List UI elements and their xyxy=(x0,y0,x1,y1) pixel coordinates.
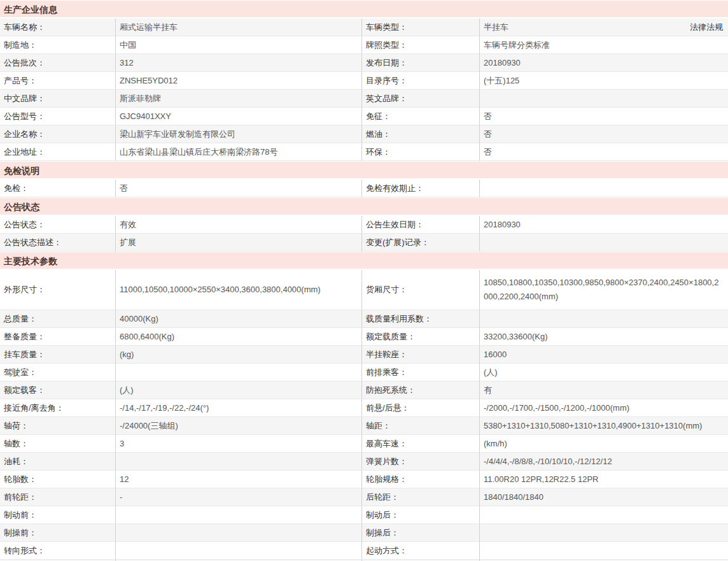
field-value-cell xyxy=(479,310,728,328)
table-row: 公告批次：312发布日期：20180930 xyxy=(0,54,728,72)
field-value: 11.00R20 12PR,12R22.5 12PR xyxy=(484,473,723,485)
table-row: 额定载客：(人)防抱死系统：有 xyxy=(0,381,728,399)
field-value: 40000(Kg) xyxy=(120,313,356,325)
field-label: 总质量： xyxy=(0,310,115,328)
field-label: 驾驶室： xyxy=(0,364,115,381)
field-value-cell: 否 xyxy=(479,143,728,161)
field-value-cell xyxy=(115,453,361,471)
laws-regulations-link[interactable]: 法律法规 xyxy=(683,21,723,33)
table-row: 公告状态：有效公告生效日期：20180930 xyxy=(0,216,728,234)
field-label: 接近角/离去角： xyxy=(0,399,115,417)
table-row: 公告型号：GJC9401XXY免征：否 xyxy=(0,108,728,125)
field-value: 中国 xyxy=(120,39,356,51)
field-value: -/4/4/4,-/8/8/8,-/10/10/10,-/12/12/12 xyxy=(484,455,723,467)
section-header: 公告状态 xyxy=(0,197,728,216)
section-header: 免检说明 xyxy=(0,161,728,180)
field-label: 产品号： xyxy=(0,72,115,90)
section: 公告状态公告状态：有效公告生效日期：20180930公告状态描述：扩展变更(扩展… xyxy=(0,197,728,252)
field-label: 转向形式： xyxy=(0,542,115,560)
field-label: 公告状态： xyxy=(0,216,115,234)
field-value: 16000 xyxy=(484,348,723,360)
field-value: -/2000,-/1700,-/1500,-/1200,-/1000(mm) xyxy=(484,402,723,414)
field-value-cell: (十五)125 xyxy=(479,72,728,90)
field-label: 企业地址： xyxy=(0,143,115,161)
field-value: 20180930 xyxy=(484,57,723,69)
field-label: 前排乘客： xyxy=(361,364,479,381)
field-value-cell: 33200,33600(Kg) xyxy=(479,328,728,346)
field-value-cell: 山东省梁山县梁山镇后庄大桥南梁济路78号 xyxy=(115,143,361,161)
field-label: 整备质量： xyxy=(0,328,115,346)
field-value-cell: (km/h) xyxy=(479,435,728,453)
field-value: (kg) xyxy=(120,348,356,360)
field-value-cell: 1840/1840/1840 xyxy=(479,488,728,506)
field-value-cell: 3 xyxy=(115,435,361,453)
table-row: 轮胎数：12轮胎规格：11.00R20 12PR,12R22.5 12PR xyxy=(0,471,728,488)
field-value-cell: -/2000,-/1700,-/1500,-/1200,-/1000(mm) xyxy=(479,399,728,417)
field-label: 额定载质量： xyxy=(361,328,479,346)
section-header: 主要技术参数 xyxy=(0,252,728,270)
field-label: 轮胎数： xyxy=(0,471,115,488)
field-value-cell: 梁山新宇车业研发制造有限公司 xyxy=(115,125,361,143)
field-value: (人) xyxy=(120,384,356,396)
table-row: 制造地：中国牌照类型：车辆号牌分类标准 xyxy=(0,36,728,54)
field-value: 梁山新宇车业研发制造有限公司 xyxy=(120,128,356,140)
field-label: 变更(扩展)记录： xyxy=(361,234,479,252)
field-value: 否 xyxy=(484,128,723,140)
field-value-cell: 否 xyxy=(479,108,728,125)
field-label: 制动后： xyxy=(361,506,479,524)
field-value: 有 xyxy=(484,384,723,396)
field-value: 6800,6400(Kg) xyxy=(120,330,356,343)
field-value-cell: - xyxy=(115,488,361,506)
field-value-cell: -/24000(三轴组) xyxy=(115,417,361,435)
field-label: 半挂鞍座： xyxy=(361,346,479,364)
field-value-cell xyxy=(115,542,361,560)
field-value-cell: 半挂车法律法规 xyxy=(479,18,728,36)
field-label: 公告状态描述： xyxy=(0,234,115,252)
field-value: 扩展 xyxy=(120,236,356,248)
field-value-cell: 20180930 xyxy=(479,216,728,234)
field-value: 1840/1840/1840 xyxy=(484,491,723,503)
field-value: 厢式运输半挂车 xyxy=(120,21,356,33)
field-label: 制操后： xyxy=(361,524,479,542)
field-label: 制操前： xyxy=(0,524,115,542)
field-value-cell xyxy=(115,364,361,381)
field-value: -/14,-/17,-/19,-/22,-/24(°) xyxy=(120,402,356,414)
field-value-cell: 厢式运输半挂车 xyxy=(115,18,361,36)
field-label: 轮胎规格： xyxy=(361,471,479,488)
section-body: 公告状态：有效公告生效日期：20180930公告状态描述：扩展变更(扩展)记录： xyxy=(0,216,728,252)
table-row: 产品号：ZNSHE5YD012目录序号：(十五)125 xyxy=(0,72,728,90)
field-value: 3 xyxy=(120,437,356,450)
table-row: 轴荷：-/24000(三轴组)轴距：5380+1310+1310,5080+13… xyxy=(0,417,728,435)
table-row: 企业地址：山东省梁山县梁山镇后庄大桥南梁济路78号环保：否 xyxy=(0,143,728,161)
field-label: 轴数： xyxy=(0,435,115,453)
table-row: 企业名称：梁山新宇车业研发制造有限公司燃油：否 xyxy=(0,125,728,143)
field-value-cell: (人) xyxy=(479,364,728,381)
table-row: 公告状态描述：扩展变更(扩展)记录： xyxy=(0,234,728,252)
table-row: 转向形式：起动方式： xyxy=(0,542,728,560)
table-row: 车辆名称：厢式运输半挂车车辆类型：半挂车法律法规 xyxy=(0,18,728,36)
field-value-cell xyxy=(115,506,361,524)
field-label: 燃油： xyxy=(361,125,479,143)
field-value: 山东省梁山县梁山镇后庄大桥南梁济路78号 xyxy=(120,146,356,158)
field-value-cell: 有效 xyxy=(115,216,361,234)
field-value-cell: 11000,10500,10000×2550×3400,3600,3800,40… xyxy=(115,270,361,310)
field-value: 半挂车 xyxy=(484,21,683,33)
field-value-cell xyxy=(479,234,728,252)
field-value-cell xyxy=(479,506,728,524)
field-value: 33200,33600(Kg) xyxy=(484,330,723,343)
field-label: 起动方式： xyxy=(361,542,479,560)
field-label: 轴荷： xyxy=(0,417,115,435)
field-value-cell: 312 xyxy=(115,54,361,72)
section: 主要技术参数外形尺寸：11000,10500,10000×2550×3400,3… xyxy=(0,252,728,561)
table-row: 整备质量：6800,6400(Kg)额定载质量：33200,33600(Kg) xyxy=(0,328,728,346)
field-label: 制动前： xyxy=(0,506,115,524)
field-label: 环保： xyxy=(361,143,479,161)
field-label: 公告型号： xyxy=(0,108,115,125)
field-value-cell: 斯派菲勒牌 xyxy=(115,90,361,108)
section-body: 车辆名称：厢式运输半挂车车辆类型：半挂车法律法规制造地：中国牌照类型：车辆号牌分… xyxy=(0,18,728,161)
field-label: 挂车质量： xyxy=(0,346,115,364)
field-label: 弹簧片数： xyxy=(361,453,479,471)
field-label: 公告批次： xyxy=(0,54,115,72)
field-label: 车辆类型： xyxy=(361,18,479,36)
section-body: 外形尺寸：11000,10500,10000×2550×3400,3600,38… xyxy=(0,270,728,561)
